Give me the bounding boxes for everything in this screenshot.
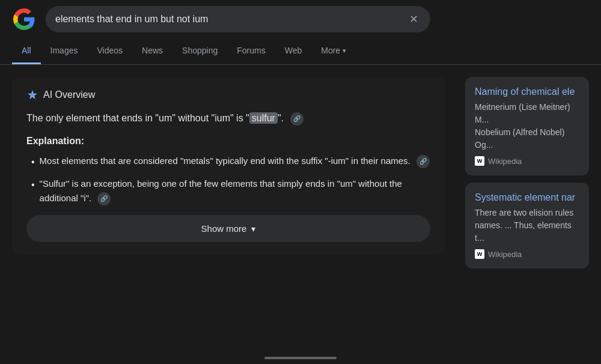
explanation-title: Explanation: <box>26 136 430 147</box>
chevron-down-icon: ▾ <box>251 224 255 234</box>
header: ✕ <box>0 0 601 38</box>
bullet1-link-icon[interactable]: 🔗 <box>416 155 430 168</box>
info-card-1-text: Meitnerium (Lise Meitner) M...Nobelium (… <box>475 101 579 151</box>
info-card-2-source-label: Wikipedia <box>488 250 522 259</box>
info-card-2-title[interactable]: Systematic element nar <box>475 192 579 203</box>
bullet-text-2: "Sulfur" is an exception, being one of t… <box>40 177 430 205</box>
wikipedia-logo-2: W <box>475 249 484 259</box>
tab-forums[interactable]: Forums <box>227 38 275 64</box>
ai-summary: The only element that ends in "um" witho… <box>26 111 430 126</box>
info-card-1-title[interactable]: Naming of chemical ele <box>475 86 579 97</box>
more-label: More <box>321 46 340 55</box>
right-column: Naming of chemical ele Meitnerium (Lise … <box>465 77 589 276</box>
bullet-list: Most elements that are considered "metal… <box>26 154 430 206</box>
main-content: AI Overview The only element that ends i… <box>0 65 601 276</box>
svg-point-0 <box>31 93 34 97</box>
left-column: AI Overview The only element that ends i… <box>12 77 451 276</box>
ai-overview-title: AI Overview <box>43 89 95 100</box>
show-more-label: Show more <box>201 223 247 234</box>
tab-images[interactable]: Images <box>41 38 88 64</box>
tab-shopping[interactable]: Shopping <box>172 38 227 64</box>
clear-icon[interactable]: ✕ <box>407 10 421 28</box>
search-input[interactable] <box>55 14 407 25</box>
info-card-2-source: W Wikipedia <box>475 249 579 259</box>
tab-web[interactable]: Web <box>275 38 312 64</box>
show-more-button[interactable]: Show more ▾ <box>26 215 430 242</box>
info-card-2: Systematic element nar There are two eli… <box>465 183 589 268</box>
tab-news[interactable]: News <box>132 38 172 64</box>
ai-overview-card: AI Overview The only element that ends i… <box>12 77 445 254</box>
wikipedia-logo-1: W <box>475 156 484 166</box>
scroll-indicator <box>264 357 337 359</box>
info-card-1-source: W Wikipedia <box>475 156 579 166</box>
summary-link-icon[interactable]: 🔗 <box>290 112 304 126</box>
info-card-2-text: There are two elision rules names. ... T… <box>475 207 579 244</box>
summary-suffix: ". <box>278 113 287 123</box>
sulfur-highlight: sulfur <box>249 112 278 124</box>
bullet-item-1: Most elements that are considered "metal… <box>31 154 430 170</box>
summary-prefix: The only element that ends in "um" witho… <box>26 113 249 123</box>
nav-tabs: All Images Videos News Shopping Forums W… <box>0 38 601 65</box>
search-bar[interactable]: ✕ <box>46 6 430 32</box>
more-chevron-icon: ▾ <box>343 47 346 55</box>
ai-star-icon <box>26 89 38 101</box>
google-logo <box>12 7 36 31</box>
tab-more[interactable]: More ▾ <box>311 38 356 64</box>
bullet-item-2: "Sulfur" is an exception, being one of t… <box>31 177 430 205</box>
tab-all[interactable]: All <box>12 38 41 64</box>
bullet-text-1: Most elements that are considered "metal… <box>40 154 430 168</box>
info-card-1: Naming of chemical ele Meitnerium (Lise … <box>465 77 589 175</box>
ai-overview-header: AI Overview <box>26 89 430 101</box>
tab-videos[interactable]: Videos <box>87 38 132 64</box>
info-card-1-source-label: Wikipedia <box>488 157 522 166</box>
bullet2-link-icon[interactable]: 🔗 <box>97 192 111 205</box>
